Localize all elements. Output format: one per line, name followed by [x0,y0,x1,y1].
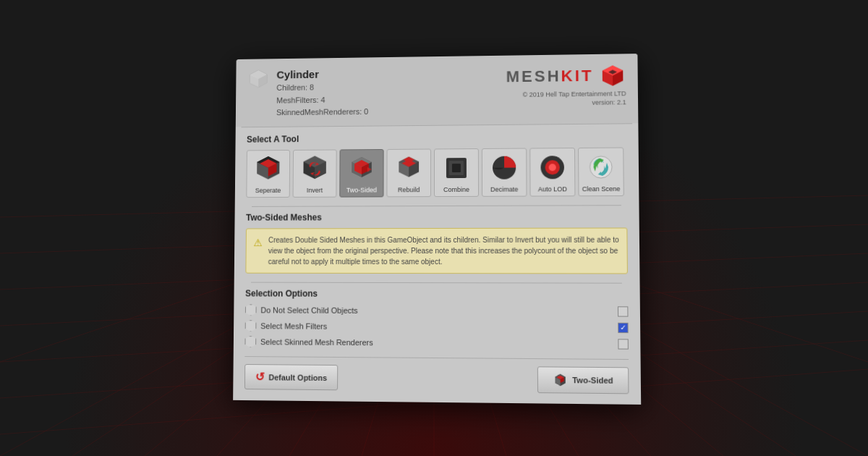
option-row-1: Do Not Select Child Objects [245,304,629,317]
info-box: ⚠ Creates Double Sided Meshes in this Ga… [245,227,628,274]
two-sided-icon [346,153,378,185]
rebuild-icon [393,152,425,184]
two-sided-label: Two-Sided [346,186,377,193]
checkmark-icon: ✓ [620,324,626,332]
refresh-icon: ↺ [255,371,265,384]
decimate-icon [488,151,520,183]
option-2-right-checkbox[interactable]: ✓ [618,323,629,333]
skinned-count: SkinnedMeshRenderers: 0 [276,106,368,119]
logo-cube-icon [600,62,626,88]
copyright-text: © 2019 Hell Tap Entertainment LTD [506,90,626,98]
select-tool-label: Select A Tool [247,131,626,144]
decimate-label: Decimate [490,185,518,193]
footer-divider [244,356,629,360]
two-sided-action-button[interactable]: Two-Sided [537,366,629,394]
mesh-filters-count: MeshFilters: 4 [276,93,368,107]
tools-row: Seperate Invert [246,147,627,198]
invert-label: Invert [307,187,323,194]
section-divider [252,205,621,207]
separate-icon [252,153,284,185]
header-left: Cylinder Children: 8 MeshFilters: 4 Skin… [247,66,368,119]
tool-two-sided[interactable]: Two-Sided [339,149,383,198]
option-row-3: Select Skinned Mesh Renderers [244,336,628,350]
default-options-button[interactable]: ↺ Default Options [244,364,338,390]
header-right: MESHKIT © 2019 Hell Tap Entertainment LT… [506,62,626,107]
option-row-2: Select Mesh Filters ✓ [245,320,629,334]
option-2-left: Select Mesh Filters [245,320,559,333]
option-3-label: Select Skinned Mesh Renderers [260,337,373,347]
two-sided-btn-icon [553,373,569,388]
invert-icon [299,153,331,185]
info-icon: ⚠ [253,235,263,267]
option-2-label: Select Mesh Filters [260,321,327,330]
option-3-left: Select Skinned Mesh Renderers [244,336,558,350]
main-dialog: Cylinder Children: 8 MeshFilters: 4 Skin… [233,54,641,405]
option-1-hex-checkbox[interactable] [245,304,257,316]
option-1-label: Do Not Select Child Objects [260,305,357,315]
two-sided-action-label: Two-Sided [572,376,613,385]
clean-scene-icon [584,151,617,183]
info-text: Creates Double Sided Meshes in this Game… [268,235,620,268]
option-1-right-checkbox[interactable] [618,306,629,316]
section-title: Two-Sided Meshes [246,211,627,222]
version-text: version: 2.1 [506,98,626,107]
footer-row: ↺ Default Options Two-Sided [244,364,629,394]
tool-decimate[interactable]: Decimate [482,148,527,196]
tool-combine[interactable]: Combine [434,148,479,197]
auto-lod-label: Auto LOD [538,185,567,193]
option-3-right-checkbox[interactable] [618,339,629,349]
dialog-body: Select A Tool Seperate [233,124,641,405]
option-2-hex-checkbox[interactable] [245,320,257,332]
object-name: Cylinder [276,66,368,82]
svg-rect-56 [452,164,461,172]
meshkit-logo: MESHKIT [506,67,594,86]
selection-options-label: Selection Options [245,288,628,300]
default-options-label: Default Options [268,373,327,382]
auto-lod-icon [536,151,569,183]
options-divider [251,282,622,284]
combine-label: Combine [443,186,469,193]
dialog-header: Cylinder Children: 8 MeshFilters: 4 Skin… [236,54,639,127]
object-icon [247,67,270,90]
tool-clean-scene[interactable]: Clean Scene [578,147,624,196]
tool-auto-lod[interactable]: Auto LOD [529,148,575,197]
tool-invert[interactable]: Invert [293,149,337,197]
option-3-hex-checkbox[interactable] [244,336,256,347]
separate-label: Seperate [255,187,281,194]
object-info: Cylinder Children: 8 MeshFilters: 4 Skin… [276,66,369,119]
option-1-left: Do Not Select Child Objects [245,304,558,317]
tool-separate[interactable]: Seperate [246,150,290,198]
children-count: Children: 8 [276,81,368,95]
logo-row: MESHKIT [506,62,626,90]
tool-rebuild[interactable]: Rebuild [386,148,431,197]
combine-icon [441,152,472,184]
rebuild-label: Rebuild [398,186,420,193]
clean-scene-label: Clean Scene [582,185,621,193]
